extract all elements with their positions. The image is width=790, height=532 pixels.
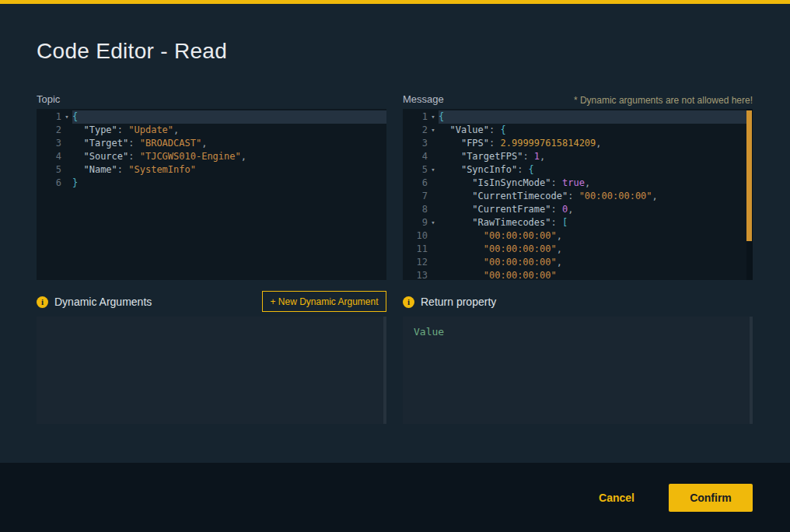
code-line[interactable]: 4 "TargetFPS": 1, bbox=[403, 150, 753, 163]
line-number: 11 bbox=[403, 243, 428, 256]
gutter: 1▾ bbox=[403, 110, 439, 124]
code-line[interactable]: 2▾ "Value": { bbox=[403, 124, 753, 137]
line-number: 3 bbox=[403, 137, 428, 150]
line-number: 12 bbox=[403, 256, 428, 269]
fold-spacer bbox=[61, 150, 72, 163]
fold-toggle-icon[interactable]: ▾ bbox=[61, 110, 72, 124]
code-line[interactable]: 10 "00:00:00:00", bbox=[403, 229, 753, 243]
line-number: 3 bbox=[37, 137, 61, 150]
dynamic-arguments-list bbox=[37, 317, 386, 424]
footer-bar: Cancel Confirm bbox=[0, 463, 790, 532]
code-text: } bbox=[72, 177, 386, 190]
code-line[interactable]: 1▾{ bbox=[403, 110, 753, 124]
gutter: 5▾ bbox=[403, 163, 439, 177]
confirm-button[interactable]: Confirm bbox=[669, 484, 753, 512]
fold-spacer bbox=[428, 137, 439, 150]
line-number: 13 bbox=[403, 269, 428, 280]
fold-toggle-icon[interactable]: ▾ bbox=[428, 216, 439, 229]
fold-spacer bbox=[428, 150, 439, 163]
code-line[interactable]: 5▾ "SyncInfo": { bbox=[403, 163, 753, 177]
code-text: "RawTimecodes": [ bbox=[439, 216, 753, 229]
code-text: "Source": "TJCGWS010-Engine", bbox=[72, 150, 386, 163]
line-number: 2 bbox=[403, 124, 428, 137]
line-number: 9 bbox=[403, 216, 428, 229]
fold-spacer bbox=[428, 243, 439, 256]
line-number: 1 bbox=[37, 110, 61, 124]
gutter: 3 bbox=[37, 137, 72, 150]
gutter: 12 bbox=[403, 256, 439, 269]
code-line[interactable]: 5 "Name": "SystemInfo" bbox=[37, 163, 386, 177]
gutter: 2▾ bbox=[403, 124, 439, 137]
code-line[interactable]: 13 "00:00:00:00" bbox=[403, 269, 753, 280]
gutter: 10 bbox=[403, 229, 439, 243]
cancel-button[interactable]: Cancel bbox=[599, 492, 634, 504]
fold-spacer bbox=[61, 137, 72, 150]
fold-toggle-icon[interactable]: ▾ bbox=[428, 163, 439, 177]
code-line[interactable]: 2 "Type": "Update", bbox=[37, 124, 386, 137]
gutter: 2 bbox=[37, 124, 72, 137]
code-line[interactable]: 12 "00:00:00:00", bbox=[403, 256, 753, 269]
return-property-box[interactable]: Value bbox=[403, 317, 753, 424]
info-icon[interactable]: i bbox=[403, 296, 414, 308]
new-dynamic-argument-button[interactable]: + New Dynamic Argument bbox=[262, 291, 386, 312]
message-code-editor[interactable]: 1▾{2▾ "Value": {3 "FPS": 2.9999976158142… bbox=[403, 109, 753, 280]
line-number: 6 bbox=[37, 177, 61, 190]
fold-spacer bbox=[428, 203, 439, 216]
return-property-label: Return property bbox=[421, 296, 496, 308]
info-icon[interactable]: i bbox=[37, 296, 48, 308]
line-number: 5 bbox=[37, 163, 61, 177]
fold-spacer bbox=[428, 177, 439, 190]
code-text: "Value": { bbox=[439, 124, 753, 137]
line-number: 5 bbox=[403, 163, 428, 177]
code-text: "Type": "Update", bbox=[72, 124, 386, 137]
code-text: "00:00:00:00" bbox=[439, 269, 753, 280]
line-number: 10 bbox=[403, 229, 428, 243]
gutter: 13 bbox=[403, 269, 439, 280]
fold-spacer bbox=[61, 124, 72, 137]
gutter: 9▾ bbox=[403, 216, 439, 229]
code-text: "Name": "SystemInfo" bbox=[72, 163, 386, 177]
code-line[interactable]: 7 "CurrentTimecode": "00:00:00:00", bbox=[403, 190, 753, 203]
line-number: 8 bbox=[403, 203, 428, 216]
fold-toggle-icon[interactable]: ▾ bbox=[428, 110, 439, 124]
code-line[interactable]: 3 "Target": "BROADCAST", bbox=[37, 137, 386, 150]
fold-spacer bbox=[61, 177, 72, 190]
code-line[interactable]: 3 "FPS": 2.999997615814209, bbox=[403, 137, 753, 150]
code-line[interactable]: 9▾ "RawTimecodes": [ bbox=[403, 216, 753, 229]
code-line[interactable]: 11 "00:00:00:00", bbox=[403, 243, 753, 256]
code-text: "FPS": 2.999997615814209, bbox=[439, 137, 753, 150]
code-line[interactable]: 8 "CurrentFrame": 0, bbox=[403, 203, 753, 216]
fold-spacer bbox=[61, 163, 72, 177]
return-property-value[interactable]: Value bbox=[403, 317, 753, 347]
code-text: { bbox=[72, 110, 386, 124]
page-title: Code Editor - Read bbox=[37, 39, 227, 64]
gutter: 7 bbox=[403, 190, 439, 203]
fold-toggle-icon[interactable]: ▾ bbox=[428, 124, 439, 137]
code-text: "00:00:00:00", bbox=[439, 256, 753, 269]
line-number: 4 bbox=[403, 150, 428, 163]
code-line[interactable]: 6} bbox=[37, 177, 386, 190]
code-line[interactable]: 1▾{ bbox=[37, 110, 386, 124]
panel-scrollbar-track bbox=[750, 317, 753, 424]
line-number: 7 bbox=[403, 190, 428, 203]
line-number: 1 bbox=[403, 110, 428, 124]
gutter: 4 bbox=[403, 150, 439, 163]
code-text: "IsInSyncMode": true, bbox=[439, 177, 753, 190]
topic-label: Topic bbox=[37, 93, 60, 105]
line-number: 4 bbox=[37, 150, 61, 163]
scrollbar-thumb[interactable] bbox=[746, 110, 752, 241]
code-text: "CurrentFrame": 0, bbox=[439, 203, 753, 216]
gutter: 11 bbox=[403, 243, 439, 256]
code-line[interactable]: 6 "IsInSyncMode": true, bbox=[403, 177, 753, 190]
code-line[interactable]: 4 "Source": "TJCGWS010-Engine", bbox=[37, 150, 386, 163]
line-number: 6 bbox=[403, 177, 428, 190]
gutter: 4 bbox=[37, 150, 72, 163]
gutter: 6 bbox=[403, 177, 439, 190]
topic-code-editor[interactable]: 1▾{2 "Type": "Update",3 "Target": "BROAD… bbox=[37, 109, 386, 280]
gutter: 5 bbox=[37, 163, 72, 177]
message-label: Message bbox=[403, 93, 444, 105]
fold-spacer bbox=[428, 229, 439, 243]
gutter: 6 bbox=[37, 177, 72, 190]
fold-spacer bbox=[428, 269, 439, 280]
gutter: 1▾ bbox=[37, 110, 72, 124]
